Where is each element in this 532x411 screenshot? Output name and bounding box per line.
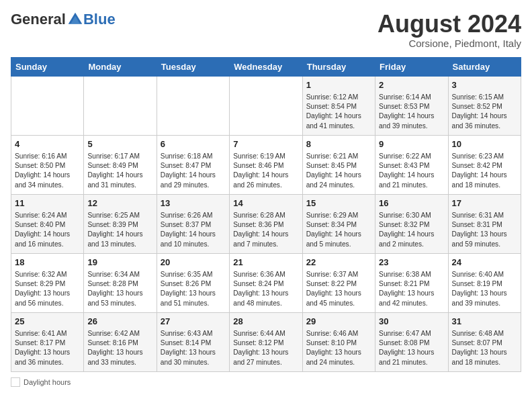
calendar-cell: 8Sunrise: 6:21 AM Sunset: 8:45 PM Daylig… [302, 135, 375, 194]
day-info: Sunrise: 6:24 AM Sunset: 8:40 PM Dayligh… [15, 211, 80, 249]
calendar-cell: 19Sunrise: 6:34 AM Sunset: 8:28 PM Dayli… [84, 253, 157, 312]
calendar-cell [230, 76, 302, 135]
location: Corsione, Piedmont, Italy [378, 38, 521, 49]
calendar-cell: 3Sunrise: 6:15 AM Sunset: 8:52 PM Daylig… [448, 76, 521, 135]
day-info: Sunrise: 6:30 AM Sunset: 8:32 PM Dayligh… [379, 211, 444, 249]
day-number: 27 [161, 316, 226, 328]
calendar-cell: 23Sunrise: 6:38 AM Sunset: 8:21 PM Dayli… [375, 253, 448, 312]
page-header: General Blue August 2024 Corsione, Piedm… [11, 11, 521, 49]
calendar-table: SundayMondayTuesdayWednesdayThursdayFrid… [11, 57, 521, 372]
calendar-cell: 24Sunrise: 6:40 AM Sunset: 8:19 PM Dayli… [448, 253, 521, 312]
calendar-cell: 12Sunrise: 6:25 AM Sunset: 8:39 PM Dayli… [84, 194, 157, 253]
calendar-legend: Daylight hours [11, 377, 521, 387]
calendar-cell: 17Sunrise: 6:31 AM Sunset: 8:31 PM Dayli… [448, 194, 521, 253]
day-info: Sunrise: 6:44 AM Sunset: 8:12 PM Dayligh… [233, 329, 298, 367]
calendar-cell: 7Sunrise: 6:19 AM Sunset: 8:46 PM Daylig… [230, 135, 302, 194]
calendar-day-header: Monday [84, 57, 157, 76]
calendar-cell: 18Sunrise: 6:32 AM Sunset: 8:29 PM Dayli… [11, 253, 84, 312]
calendar-cell: 4Sunrise: 6:16 AM Sunset: 8:50 PM Daylig… [11, 135, 84, 194]
calendar-day-header: Saturday [448, 57, 521, 76]
calendar-cell [157, 76, 229, 135]
day-number: 17 [452, 197, 517, 210]
day-info: Sunrise: 6:19 AM Sunset: 8:46 PM Dayligh… [233, 152, 298, 190]
day-number: 16 [379, 197, 444, 210]
day-info: Sunrise: 6:29 AM Sunset: 8:34 PM Dayligh… [306, 211, 371, 249]
day-number: 15 [306, 197, 371, 210]
day-number: 18 [15, 257, 80, 269]
day-info: Sunrise: 6:12 AM Sunset: 8:54 PM Dayligh… [306, 93, 371, 131]
legend-daylight-label: Daylight hours [24, 378, 71, 386]
day-info: Sunrise: 6:48 AM Sunset: 8:07 PM Dayligh… [452, 329, 517, 367]
day-info: Sunrise: 6:37 AM Sunset: 8:22 PM Dayligh… [306, 270, 371, 308]
calendar-cell: 5Sunrise: 6:17 AM Sunset: 8:49 PM Daylig… [84, 135, 157, 194]
day-number: 30 [379, 316, 444, 328]
calendar-cell: 6Sunrise: 6:18 AM Sunset: 8:47 PM Daylig… [157, 135, 229, 194]
day-number: 12 [87, 197, 152, 210]
calendar-cell: 15Sunrise: 6:29 AM Sunset: 8:34 PM Dayli… [302, 194, 375, 253]
calendar-day-header: Sunday [11, 57, 84, 76]
day-info: Sunrise: 6:22 AM Sunset: 8:43 PM Dayligh… [379, 152, 444, 190]
day-number: 6 [161, 138, 226, 150]
day-number: 24 [452, 257, 517, 269]
day-number: 8 [306, 138, 371, 150]
day-number: 26 [87, 316, 152, 328]
day-number: 31 [452, 316, 517, 328]
day-number: 13 [161, 197, 226, 210]
day-info: Sunrise: 6:23 AM Sunset: 8:42 PM Dayligh… [452, 152, 517, 190]
day-info: Sunrise: 6:18 AM Sunset: 8:47 PM Dayligh… [161, 152, 226, 190]
legend-box [11, 377, 20, 387]
day-info: Sunrise: 6:25 AM Sunset: 8:39 PM Dayligh… [87, 211, 152, 249]
day-number: 28 [233, 316, 298, 328]
day-number: 1 [306, 79, 371, 91]
day-number: 10 [452, 138, 517, 150]
calendar-header-row: SundayMondayTuesdayWednesdayThursdayFrid… [11, 57, 521, 76]
calendar-cell: 29Sunrise: 6:46 AM Sunset: 8:10 PM Dayli… [302, 312, 375, 371]
calendar-cell [84, 76, 157, 135]
day-number: 21 [233, 257, 298, 269]
day-number: 5 [87, 138, 152, 150]
day-info: Sunrise: 6:26 AM Sunset: 8:37 PM Dayligh… [161, 211, 226, 249]
calendar-day-header: Wednesday [230, 57, 302, 76]
calendar-week-row: 11Sunrise: 6:24 AM Sunset: 8:40 PM Dayli… [11, 194, 521, 253]
calendar-cell: 28Sunrise: 6:44 AM Sunset: 8:12 PM Dayli… [230, 312, 302, 371]
calendar-cell: 14Sunrise: 6:28 AM Sunset: 8:36 PM Dayli… [230, 194, 302, 253]
day-info: Sunrise: 6:47 AM Sunset: 8:08 PM Dayligh… [379, 329, 444, 367]
day-number: 3 [452, 79, 517, 91]
day-number: 29 [306, 316, 371, 328]
logo-general: General [11, 11, 66, 28]
calendar-week-row: 4Sunrise: 6:16 AM Sunset: 8:50 PM Daylig… [11, 135, 521, 194]
calendar-cell: 21Sunrise: 6:36 AM Sunset: 8:24 PM Dayli… [230, 253, 302, 312]
day-info: Sunrise: 6:31 AM Sunset: 8:31 PM Dayligh… [452, 211, 517, 249]
calendar-cell: 13Sunrise: 6:26 AM Sunset: 8:37 PM Dayli… [157, 194, 229, 253]
day-info: Sunrise: 6:16 AM Sunset: 8:50 PM Dayligh… [15, 152, 80, 190]
day-number: 22 [306, 257, 371, 269]
day-number: 9 [379, 138, 444, 150]
day-number: 19 [87, 257, 152, 269]
day-info: Sunrise: 6:41 AM Sunset: 8:17 PM Dayligh… [15, 329, 80, 367]
calendar-cell: 25Sunrise: 6:41 AM Sunset: 8:17 PM Dayli… [11, 312, 84, 371]
day-info: Sunrise: 6:36 AM Sunset: 8:24 PM Dayligh… [233, 270, 298, 308]
day-number: 25 [15, 316, 80, 328]
calendar-week-row: 18Sunrise: 6:32 AM Sunset: 8:29 PM Dayli… [11, 253, 521, 312]
day-info: Sunrise: 6:15 AM Sunset: 8:52 PM Dayligh… [452, 93, 517, 131]
calendar-cell: 1Sunrise: 6:12 AM Sunset: 8:54 PM Daylig… [302, 76, 375, 135]
calendar-day-header: Friday [375, 57, 448, 76]
day-number: 20 [161, 257, 226, 269]
calendar-cell: 11Sunrise: 6:24 AM Sunset: 8:40 PM Dayli… [11, 194, 84, 253]
day-info: Sunrise: 6:14 AM Sunset: 8:53 PM Dayligh… [379, 93, 444, 131]
calendar-cell: 16Sunrise: 6:30 AM Sunset: 8:32 PM Dayli… [375, 194, 448, 253]
day-number: 11 [15, 197, 80, 210]
calendar-week-row: 1Sunrise: 6:12 AM Sunset: 8:54 PM Daylig… [11, 76, 521, 135]
day-info: Sunrise: 6:28 AM Sunset: 8:36 PM Dayligh… [233, 211, 298, 249]
title-block: August 2024 Corsione, Piedmont, Italy [378, 11, 521, 49]
day-info: Sunrise: 6:32 AM Sunset: 8:29 PM Dayligh… [15, 270, 80, 308]
calendar-day-header: Thursday [302, 57, 375, 76]
calendar-day-header: Tuesday [157, 57, 229, 76]
calendar-week-row: 25Sunrise: 6:41 AM Sunset: 8:17 PM Dayli… [11, 312, 521, 371]
day-number: 14 [233, 197, 298, 210]
day-info: Sunrise: 6:43 AM Sunset: 8:14 PM Dayligh… [161, 329, 226, 367]
day-number: 4 [15, 138, 80, 150]
logo-icon [67, 11, 83, 28]
calendar-cell: 22Sunrise: 6:37 AM Sunset: 8:22 PM Dayli… [302, 253, 375, 312]
day-number: 2 [379, 79, 444, 91]
